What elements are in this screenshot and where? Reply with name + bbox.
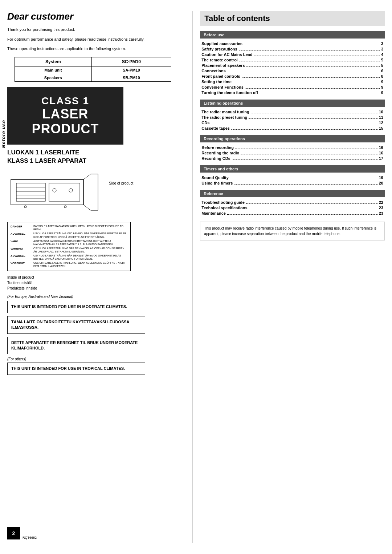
toc-entry: Placement of speakers5	[200, 63, 385, 68]
dette-apparatet-notice: DETTE APPARATET ER BEREGNET TIL BRUK UND…	[7, 337, 145, 355]
toc-section-header: Recording operations	[200, 135, 385, 142]
toc-dots	[235, 149, 377, 149]
rqt-code: RQT6682	[23, 536, 37, 539]
toc-page-number: 5	[381, 58, 383, 62]
toc-entry-label: Sound Quality	[201, 175, 229, 180]
warning-label: VARNING	[11, 247, 30, 253]
toc-entry: Troubleshooting guide22	[200, 200, 385, 205]
toc-page-number: 16	[379, 145, 383, 150]
toc-entry-label: Before recording	[201, 145, 234, 150]
toc-entry-label: Recording CDs	[201, 156, 230, 161]
toc-entry: Cassette tapes15	[200, 126, 385, 131]
warning-text: USYNLIG LASERSTRÅLING VED ÅBNING. NÅR SI…	[33, 232, 127, 238]
toc-dots	[244, 45, 380, 45]
warning-text: INVISIBLE LASER RADIATION WHEN OPEN. AVO…	[33, 225, 127, 231]
toc-dots	[249, 209, 377, 209]
toc-dots	[234, 184, 377, 185]
product-image-area: Side of product	[7, 170, 181, 218]
toc-entry: Front panel controls8	[200, 74, 385, 79]
toc-page-number: 19	[379, 175, 383, 180]
toc-entry: Setting the time9	[200, 80, 385, 84]
toc-page-number: 23	[379, 211, 383, 215]
warning-text: AVATTAESSA JA SUOJALUKITUS OHITETTAESSA …	[33, 239, 127, 246]
warning-label: ADVARSEL	[11, 232, 30, 238]
toc-dots	[242, 77, 380, 78]
toc-entry-label: Maintenance	[201, 211, 226, 215]
toc-page-number: 4	[381, 52, 383, 57]
toc-dots	[233, 83, 380, 83]
toc-dots	[227, 214, 377, 215]
system-row-value: SB-PM10	[91, 74, 171, 81]
system-row-label: Main unit	[15, 66, 92, 74]
toc-entry: The radio: manual tuning10	[200, 110, 385, 114]
system-table: System SC-PM10 Main unitSA-PM10SpeakersS…	[15, 57, 171, 82]
toc-page-number: 8	[381, 74, 383, 78]
warning-row: DANGERINVISIBLE LASER RADIATION WHEN OPE…	[11, 225, 127, 231]
svg-point-9	[24, 206, 26, 208]
toc-entry-label: Safety precautions	[201, 47, 237, 51]
toc-section: Timers and othersSound Quality19Using th…	[200, 165, 385, 186]
laser-product-word: PRODUCT	[11, 121, 120, 137]
table-row: Main unitSA-PM10	[15, 66, 171, 74]
toc-page-number: 6	[381, 69, 383, 73]
svg-line-11	[83, 174, 91, 179]
page-number: 2	[7, 527, 20, 539]
toc-entry: The remote control5	[200, 58, 385, 62]
warning-label: VORSICHT	[11, 261, 30, 268]
toc-section-header: Reference	[200, 190, 385, 197]
svg-point-10	[64, 206, 66, 208]
toc-entry: Before recording16	[200, 145, 385, 150]
toc-entry: Recording CDs17	[200, 156, 385, 161]
toc-page-number: 12	[379, 121, 383, 125]
toc-page-number: 9	[381, 90, 383, 95]
tropical-notice: THIS UNIT IS INTENDED FOR USE IN TROPICA…	[7, 363, 145, 375]
toc-section: Recording operationsBefore recording16Re…	[200, 135, 385, 161]
warning-text: USYNLIG LASERSTRÅLING NÅR DEKSLET ÅPnes …	[33, 254, 127, 260]
sidebar-label: Before use	[1, 120, 6, 148]
toc-dots	[239, 50, 380, 50]
toc-page-number: 23	[379, 206, 383, 210]
toc-page-number: 9	[381, 85, 383, 89]
svg-point-8	[69, 189, 73, 192]
warning-text: OSYNLIG LASERSTRÅLNING NÄR DENNA DEL ÄR …	[33, 247, 127, 253]
toc-entry-label: Front panel controls	[201, 74, 240, 78]
laser-word: LASER	[11, 107, 120, 121]
toc-section: Listening operationsThe radio: manual tu…	[200, 100, 385, 131]
toc-page-number: 20	[379, 181, 383, 185]
toc-page-number: 9	[381, 80, 383, 84]
toc-page-number: 16	[379, 151, 383, 155]
toc-container: Before useSupplied accessories3Safety pr…	[200, 31, 385, 216]
svg-line-12	[83, 205, 91, 210]
toc-dots	[249, 118, 377, 119]
inside-product-label: Inside of productTuotteen sisälläProdukt…	[7, 275, 181, 291]
toc-entry-label: Cassette tapes	[201, 126, 230, 130]
intro-text-1: Thank you for purchasing this product.	[7, 27, 181, 33]
side-of-product-label: Side of product	[109, 181, 133, 185]
warning-row: VORSICHTUNSICHTBARE LASERSTRAHLUNG, WENN…	[11, 261, 127, 268]
toc-entry-label: Troubleshooting guide	[201, 200, 245, 205]
toc-entry: CDs12	[200, 121, 385, 125]
toc-entry: The radio: preset tuning11	[200, 115, 385, 120]
toc-page-number: 3	[381, 41, 383, 46]
tama-laite-notice: TÄMÄ LAITE ON TARKOITETTU KÄYTETTÄVÄKSI …	[7, 316, 145, 334]
intro-text-3: These operating instructions are applica…	[7, 46, 181, 52]
toc-page-number: 17	[379, 156, 383, 161]
toc-page-number: 11	[379, 115, 383, 120]
toc-dots	[245, 88, 380, 89]
toc-entry-label: The radio: preset tuning	[201, 115, 247, 120]
toc-entry: Maintenance23	[200, 211, 385, 216]
toc-entry: Using the timers20	[200, 181, 385, 186]
warning-label: DANGER	[11, 225, 30, 231]
warning-row: VARNINGOSYNLIG LASERSTRÅLNING NÄR DENNA …	[11, 247, 127, 253]
toc-dots	[260, 94, 380, 94]
toc-entry: Convenient Functions9	[200, 85, 385, 90]
warning-label: VARO	[11, 239, 30, 246]
toc-entry-label: Placement of speakers	[201, 63, 245, 68]
toc-page-number: 3	[381, 47, 383, 51]
toc-dots	[232, 159, 377, 160]
toc-page-number: 10	[379, 110, 383, 114]
toc-section-header: Listening operations	[200, 100, 385, 107]
model-col-header: SC-PM10	[91, 57, 171, 66]
toc-entry-label: Convenient Functions	[201, 85, 244, 89]
mobile-notice: This product may receive radio interfere…	[200, 222, 385, 240]
